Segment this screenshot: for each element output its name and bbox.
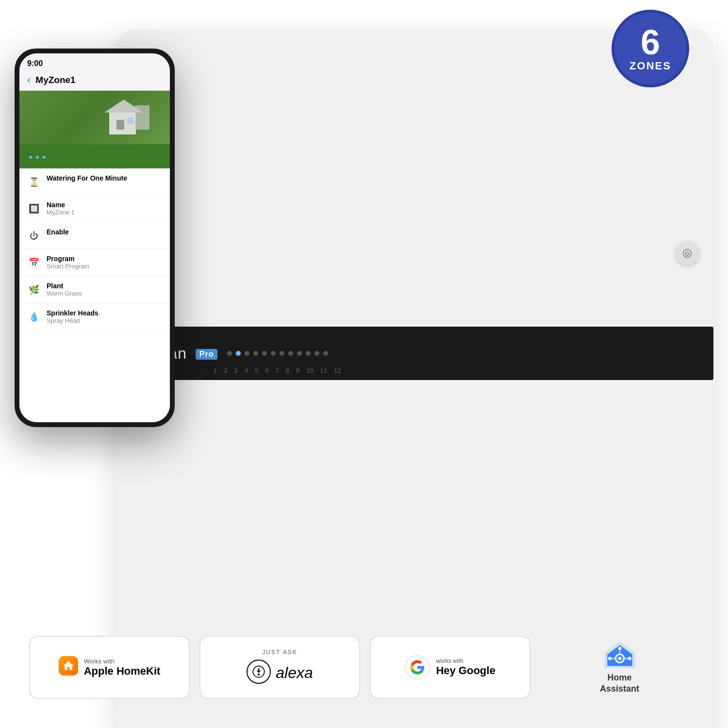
phone-status-bar: 9:00: [19, 53, 170, 72]
google-works-with: works with: [436, 658, 495, 664]
svg-point-18: [628, 657, 631, 660]
phone-body: 9:00 ‹ MyZone1: [15, 49, 175, 427]
google-icon: [405, 655, 430, 680]
menu-item-enable[interactable]: ⏻ Enable: [19, 222, 170, 249]
dot-indicator: [297, 351, 302, 356]
zone-numbers: 1 2 3 4 5 6 7 8 9 10 11 12: [214, 367, 341, 374]
dot-indicator: [323, 351, 328, 356]
zone-dots: [227, 351, 328, 356]
apple-works-with: Works with: [84, 658, 161, 665]
name-label: Name: [47, 201, 75, 209]
zone-title: MyZone1: [35, 75, 75, 85]
plant-icon: 🌿: [27, 283, 41, 297]
sprinkler-effect: [29, 156, 46, 159]
name-value: MyZone 1: [47, 209, 75, 216]
sprinkler-label: Sprinkler Heads: [47, 309, 99, 317]
phone-screen: 9:00 ‹ MyZone1: [19, 53, 170, 422]
svg-rect-4: [116, 120, 124, 130]
svg-point-13: [618, 657, 621, 660]
home-assistant-icon: [603, 640, 637, 669]
enable-label: Enable: [47, 228, 69, 236]
dot-indicator: [280, 351, 284, 356]
phone-time: 9:00: [27, 59, 43, 68]
dot-indicator: [306, 351, 311, 356]
hey-google-text: Hey Google: [436, 664, 495, 677]
menu-item-sprinkler[interactable]: 💧 Sprinkler Heads Spray Head: [19, 303, 170, 331]
home-assistant-badge: HomeAssistant: [540, 636, 699, 699]
dot-indicator: [253, 351, 258, 356]
apple-home-icon: [59, 656, 78, 676]
menu-item-watering[interactable]: ⏳ Watering For One Minute: [19, 168, 170, 195]
phone-mockup: 9:00 ‹ MyZone1: [15, 49, 175, 427]
zone-number: 6: [641, 25, 660, 60]
brand-tier: Pro: [196, 349, 218, 360]
watering-icon: ⏳: [27, 175, 41, 189]
dot-indicator: [262, 351, 267, 356]
zone-menu: ⏳ Watering For One Minute 🔲 Name MyZone …: [19, 168, 170, 422]
svg-point-8: [258, 674, 259, 675]
apple-main-text: Apple HomeKit: [84, 665, 161, 678]
dot-indicator: [245, 351, 249, 356]
house-illustration: [102, 96, 160, 139]
power-button[interactable]: [676, 242, 699, 265]
alexa-text: alexa: [276, 664, 313, 682]
svg-point-19: [618, 646, 621, 650]
plant-label: Plant: [47, 282, 82, 290]
zone-badge: 6 ZONES: [612, 10, 689, 87]
phone-hero-image: [19, 91, 170, 168]
alexa-badge: JUST ASK alexa: [199, 636, 360, 699]
name-icon: 🔲: [27, 202, 41, 215]
phone-navbar: ‹ MyZone1: [19, 72, 170, 91]
menu-item-plant[interactable]: 🌿 Plant Warm Grass: [19, 276, 170, 303]
program-icon: 📅: [27, 256, 41, 269]
dot-indicator: [236, 351, 241, 356]
enable-icon: ⏻: [27, 229, 41, 243]
sprinkler-icon: 💧: [27, 310, 41, 324]
menu-item-program[interactable]: 📅 Program Smart Program: [19, 249, 170, 276]
apple-homekit-badge: Works with Apple HomeKit: [29, 636, 190, 699]
dot-indicator: [227, 351, 232, 356]
dot-indicator: [271, 351, 276, 356]
alexa-just-ask: JUST ASK: [262, 649, 297, 656]
menu-item-name[interactable]: 🔲 Name MyZone 1: [19, 195, 170, 222]
svg-rect-6: [135, 105, 149, 130]
device-unit: Yardian Pro 1 2 3 4 5 6 7 8: [116, 29, 713, 728]
home-assistant-text: HomeAssistant: [600, 672, 639, 695]
controller-panel: Yardian Pro 1 2 3 4 5 6 7 8: [116, 327, 713, 380]
program-value: Smart Program: [47, 263, 89, 270]
hey-google-badge: works with Hey Google: [370, 636, 530, 699]
compatibility-badges: Works with Apple HomeKit JUST ASK alexa: [29, 636, 699, 699]
dot-indicator: [314, 351, 319, 356]
zone-label: ZONES: [629, 60, 671, 72]
program-label: Program: [47, 255, 89, 263]
alexa-icon: [247, 660, 271, 684]
back-button[interactable]: ‹: [27, 74, 31, 86]
svg-rect-5: [127, 117, 133, 124]
svg-point-17: [608, 657, 612, 660]
sprinkler-value: Spray Head: [47, 317, 99, 324]
dot-indicator: [288, 351, 293, 356]
plant-value: Warm Grass: [47, 290, 82, 297]
watering-label: Watering For One Minute: [47, 174, 127, 182]
